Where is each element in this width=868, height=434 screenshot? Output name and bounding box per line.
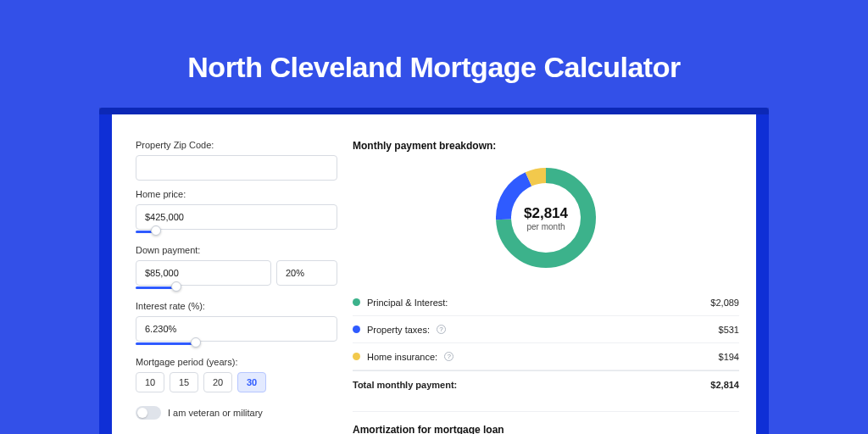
period-label: Mortgage period (years):: [136, 357, 337, 367]
veteran-toggle[interactable]: [136, 406, 161, 420]
period-field: Mortgage period (years): 10152030: [136, 357, 337, 392]
calculator-card: Property Zip Code: Home price: Down paym…: [112, 114, 756, 434]
slider-thumb[interactable]: [151, 225, 161, 236]
home-price-slider[interactable]: [136, 228, 337, 236]
zip-input[interactable]: [136, 155, 337, 181]
down-payment-pct-input[interactable]: [276, 260, 337, 286]
zip-field: Property Zip Code:: [136, 140, 337, 181]
card-shadow: [99, 108, 769, 114]
info-icon[interactable]: ?: [444, 352, 453, 361]
veteran-label: I am veteran or military: [168, 408, 263, 418]
donut-total: $2,814: [524, 205, 568, 222]
legend-dot: [353, 298, 360, 306]
amortization-title: Amortization for mortgage loan: [353, 424, 739, 434]
form-panel: Property Zip Code: Home price: Down paym…: [136, 140, 337, 434]
legend-value: $194: [719, 352, 739, 362]
period-option-20[interactable]: 20: [203, 372, 232, 392]
interest-field: Interest rate (%):: [136, 301, 337, 348]
legend-row: Property taxes:?$531: [353, 316, 739, 343]
period-option-10[interactable]: 10: [136, 372, 164, 392]
legend-dot: [353, 326, 360, 333]
period-option-30[interactable]: 30: [237, 372, 266, 392]
legend-value: $2,089: [710, 298, 739, 308]
legend-label: Property taxes:: [367, 325, 430, 335]
amortization-section: Amortization for mortgage loan Amortizat…: [353, 411, 739, 434]
page-title: North Cleveland Mortgage Calculator: [0, 0, 868, 108]
down-payment-input[interactable]: [136, 260, 271, 286]
legend-row: Home insurance:?$194: [353, 343, 739, 370]
interest-slider[interactable]: [136, 340, 337, 348]
zip-label: Property Zip Code:: [136, 140, 337, 150]
legend-value: $531: [719, 325, 739, 335]
donut-chart-wrap: $2,814 per month: [353, 160, 739, 282]
breakdown-panel: Monthly payment breakdown: $2,814 per mo…: [353, 140, 739, 434]
home-price-input[interactable]: [136, 204, 337, 230]
slider-thumb[interactable]: [191, 337, 201, 348]
legend-label: Home insurance:: [367, 352, 437, 362]
down-payment-field: Down payment:: [136, 245, 337, 292]
interest-label: Interest rate (%):: [136, 301, 337, 311]
donut-sub: per month: [526, 222, 565, 231]
period-options: 10152030: [136, 372, 337, 392]
home-price-label: Home price:: [136, 189, 337, 199]
slider-thumb[interactable]: [171, 281, 181, 292]
period-option-15[interactable]: 15: [170, 372, 198, 392]
breakdown-title: Monthly payment breakdown:: [353, 140, 739, 152]
card-backplate: Property Zip Code: Home price: Down paym…: [99, 108, 769, 434]
interest-input[interactable]: [136, 316, 337, 342]
down-payment-label: Down payment:: [136, 245, 337, 255]
info-icon[interactable]: ?: [437, 325, 446, 334]
legend-total-value: $2,814: [710, 380, 739, 390]
legend-dot: [353, 353, 360, 360]
legend-total-row: Total monthly payment:$2,814: [353, 370, 739, 398]
veteran-row: I am veteran or military: [136, 406, 337, 420]
legend-row: Principal & Interest:$2,089: [353, 289, 739, 316]
down-payment-slider[interactable]: [136, 284, 337, 292]
donut-center: $2,814 per month: [493, 165, 598, 270]
legend-label: Principal & Interest:: [367, 298, 448, 308]
legend-total-label: Total monthly payment:: [353, 380, 457, 390]
slider-track: [136, 342, 196, 345]
home-price-field: Home price:: [136, 189, 337, 236]
legend: Principal & Interest:$2,089Property taxe…: [353, 289, 739, 398]
slider-track: [136, 287, 176, 289]
donut-chart: $2,814 per month: [493, 165, 598, 270]
